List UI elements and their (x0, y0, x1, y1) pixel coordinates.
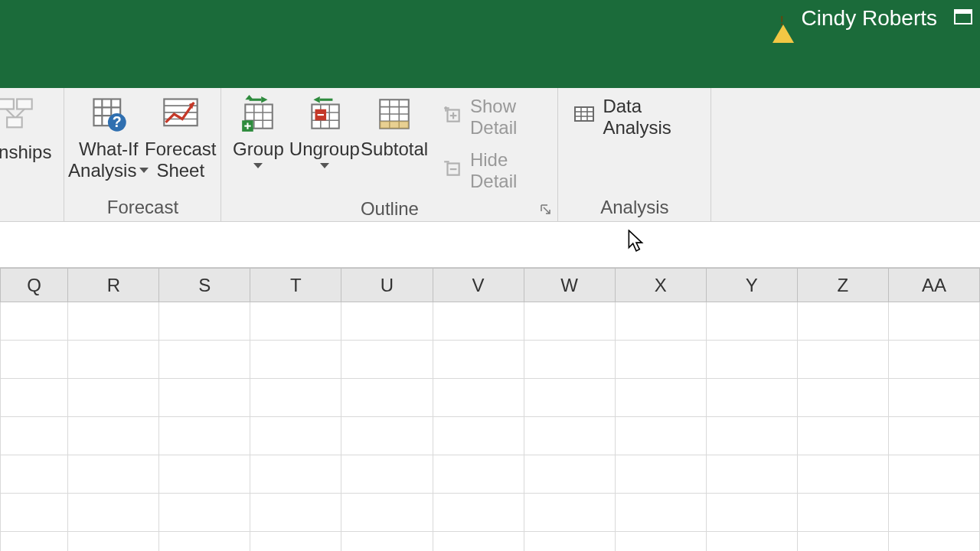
cell[interactable] (1, 532, 68, 552)
subtotal-button[interactable]: Subtotal (360, 93, 429, 160)
cell[interactable] (615, 494, 706, 532)
cell[interactable] (888, 302, 979, 341)
cell[interactable] (888, 494, 979, 532)
cell[interactable] (250, 379, 341, 417)
column-header[interactable]: S (159, 269, 250, 302)
cell[interactable] (250, 455, 341, 494)
cell[interactable] (524, 302, 615, 341)
cell[interactable] (250, 341, 341, 379)
cell[interactable] (797, 494, 888, 532)
cell[interactable] (706, 494, 797, 532)
cell[interactable] (615, 379, 706, 417)
cell[interactable] (341, 494, 433, 532)
cell[interactable] (433, 417, 524, 455)
column-header[interactable]: Z (797, 269, 888, 302)
group-button[interactable]: Group (227, 93, 289, 168)
cell[interactable] (706, 379, 797, 417)
cell[interactable] (524, 341, 615, 379)
cell[interactable] (524, 417, 615, 455)
column-header[interactable]: Y (706, 269, 797, 302)
outline-dialog-launcher[interactable] (541, 204, 551, 215)
spreadsheet-area[interactable]: QRSTUVWXYZAA (0, 268, 980, 551)
ribbon-display-options-icon[interactable] (954, 9, 972, 28)
cell[interactable] (1, 417, 68, 455)
cell[interactable] (797, 302, 888, 341)
data-analysis-button[interactable]: Data Analysis (567, 93, 704, 142)
cell[interactable] (68, 494, 159, 532)
cell[interactable] (797, 417, 888, 455)
ungroup-button[interactable]: Ungroup (289, 93, 360, 168)
cell[interactable] (888, 379, 979, 417)
cell[interactable] (159, 341, 250, 379)
cell[interactable] (706, 417, 797, 455)
column-header[interactable]: V (433, 269, 524, 302)
cell[interactable] (250, 494, 341, 532)
cell[interactable] (524, 494, 615, 532)
cell[interactable] (524, 379, 615, 417)
user-name[interactable]: Cindy Roberts (802, 6, 937, 31)
cell[interactable] (1, 341, 68, 379)
cell[interactable] (341, 302, 433, 341)
cell[interactable] (68, 532, 159, 552)
column-header[interactable]: X (615, 269, 706, 302)
cell[interactable] (706, 532, 797, 552)
cell[interactable] (433, 455, 524, 494)
cell[interactable] (250, 417, 341, 455)
column-header[interactable]: W (524, 269, 615, 302)
column-header[interactable]: R (68, 269, 159, 302)
cell[interactable] (797, 379, 888, 417)
show-detail-button[interactable]: Show Detail (436, 93, 551, 142)
cell[interactable] (159, 532, 250, 552)
cell[interactable] (797, 455, 888, 494)
cell[interactable] (159, 379, 250, 417)
cell[interactable] (433, 302, 524, 341)
cell[interactable] (68, 455, 159, 494)
cell[interactable] (159, 494, 250, 532)
cell[interactable] (341, 379, 433, 417)
cell[interactable] (615, 341, 706, 379)
cell[interactable] (341, 341, 433, 379)
cell[interactable] (433, 379, 524, 417)
cell[interactable] (250, 532, 341, 552)
cell[interactable] (68, 379, 159, 417)
cell[interactable] (341, 455, 433, 494)
cell[interactable] (68, 417, 159, 455)
cell[interactable] (706, 455, 797, 494)
cell[interactable] (1, 379, 68, 417)
column-header[interactable]: AA (888, 269, 979, 302)
cell[interactable] (888, 532, 979, 552)
what-if-analysis-button[interactable]: ? What-If Analysis (70, 93, 146, 181)
cell[interactable] (433, 532, 524, 552)
cell[interactable] (159, 455, 250, 494)
cell[interactable] (524, 455, 615, 494)
cell[interactable] (68, 302, 159, 341)
column-header[interactable]: T (250, 269, 341, 302)
cell[interactable] (615, 302, 706, 341)
cell[interactable] (888, 417, 979, 455)
cell[interactable] (159, 417, 250, 455)
cell[interactable] (706, 341, 797, 379)
cell[interactable] (341, 532, 433, 552)
cell[interactable] (1, 455, 68, 494)
column-header[interactable]: Q (1, 269, 68, 302)
cell[interactable] (250, 302, 341, 341)
cell[interactable] (524, 532, 615, 552)
cell[interactable] (615, 455, 706, 494)
spreadsheet-grid[interactable]: QRSTUVWXYZAA (0, 268, 980, 551)
relationships-button[interactable]: lationships (0, 93, 57, 163)
cell[interactable] (433, 341, 524, 379)
cell[interactable] (797, 532, 888, 552)
cell[interactable] (706, 302, 797, 341)
cell[interactable] (615, 417, 706, 455)
cell[interactable] (1, 494, 68, 532)
cell[interactable] (888, 455, 979, 494)
cell[interactable] (797, 341, 888, 379)
cell[interactable] (341, 417, 433, 455)
cell[interactable] (159, 302, 250, 341)
cell[interactable] (433, 494, 524, 532)
hide-detail-button[interactable]: Hide Detail (436, 146, 551, 195)
forecast-sheet-button[interactable]: Forecast Sheet (146, 93, 214, 181)
cell[interactable] (68, 341, 159, 379)
cell[interactable] (888, 341, 979, 379)
formula-bar[interactable] (0, 222, 980, 268)
